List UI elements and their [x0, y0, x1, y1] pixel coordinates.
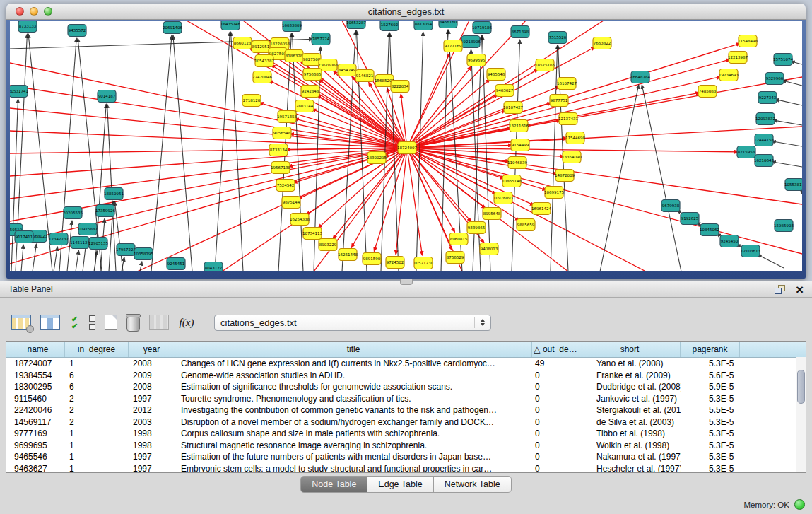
graph-node[interactable]: 7485083: [698, 86, 717, 98]
table-cell[interactable]: 0: [532, 416, 579, 428]
graph-node[interactable]: 11548498: [738, 35, 758, 47]
table-cell[interactable]: Tourette syndrome. Phenomenology and cla…: [175, 393, 532, 405]
graph-node[interactable]: 10107427: [503, 102, 523, 114]
graph-node[interactable]: 9408013: [480, 243, 498, 255]
function-builder-icon[interactable]: f(x): [178, 317, 195, 329]
tab-node-table[interactable]: Node Table: [300, 476, 367, 493]
row-height-icon[interactable]: [89, 315, 95, 330]
graph-node[interactable]: 9777169: [444, 40, 462, 52]
graph-node[interactable]: 10653287: [346, 21, 366, 29]
graph-node[interactable]: 9192625: [681, 213, 699, 225]
column-header[interactable]: name: [11, 342, 65, 357]
graph-node[interactable]: 9242848: [301, 86, 319, 98]
table-cell[interactable]: Stergiakouli et al. (2012): [579, 404, 681, 416]
graph-node[interactable]: 9146821: [355, 70, 374, 82]
table-cell[interactable]: Corpus callosum shape and size in male p…: [175, 428, 532, 440]
graph-node[interactable]: 19734693: [719, 69, 739, 81]
minimize-window-button[interactable]: [30, 7, 38, 16]
table-cell[interactable]: 9777169: [11, 428, 65, 440]
table-cell[interactable]: 2: [65, 393, 129, 405]
table-cell[interactable]: 5.3E-5: [681, 451, 740, 463]
graph-node[interactable]: 15985903: [774, 220, 794, 232]
graph-node[interactable]: 9463627: [495, 85, 514, 97]
graph-node[interactable]: 11544698: [565, 132, 585, 144]
table-settings-icon[interactable]: [11, 315, 31, 330]
graph-node[interactable]: 12342737: [49, 233, 69, 245]
graph-node[interactable]: 8912951: [252, 41, 270, 53]
table-cell[interactable]: 5.3E-5: [681, 428, 740, 440]
graph-node[interactable]: 10699175: [544, 187, 564, 199]
delete-column-icon[interactable]: [149, 315, 169, 330]
graph-node[interactable]: 8466160: [439, 21, 457, 28]
graph-node[interactable]: 7663822: [593, 37, 611, 49]
graph-node[interactable]: 17359926: [95, 205, 115, 217]
table-cell[interactable]: 0: [532, 370, 579, 382]
graph-node[interactable]: 9154499: [511, 139, 529, 151]
graph-node[interactable]: 10719186: [472, 22, 492, 34]
table-row[interactable]: 969969511998Structural magnetic resonanc…: [6, 440, 806, 452]
close-window-button[interactable]: [16, 7, 24, 16]
graph-node[interactable]: 9875144: [282, 197, 300, 209]
table-cell[interactable]: 9115460: [11, 393, 65, 405]
column-header[interactable]: pagerank: [681, 342, 740, 357]
graph-node[interactable]: 10865148: [502, 175, 522, 187]
table-cell[interactable]: 0: [532, 404, 579, 416]
table-cell[interactable]: 6: [65, 381, 129, 393]
graph-node[interactable]: 19567138: [271, 162, 290, 174]
window-titlebar[interactable]: citations_edges.txt: [6, 4, 806, 20]
table-cell[interactable]: 5.3E-5: [681, 440, 740, 452]
table-cell[interactable]: 2: [65, 404, 129, 416]
graph-node[interactable]: 9699695: [467, 54, 486, 66]
table-cell[interactable]: 9699695: [11, 440, 65, 452]
graph-node[interactable]: 11046839: [507, 157, 527, 169]
graph-node[interactable]: 10975887: [78, 223, 98, 235]
graph-node[interactable]: 2803144: [295, 100, 314, 112]
scrollbar-thumb[interactable]: [797, 370, 805, 404]
graph-node[interactable]: 20206535: [63, 207, 83, 219]
table-cell[interactable]: 0: [532, 381, 579, 393]
graph-node[interactable]: 13211616: [509, 120, 529, 132]
table-cell[interactable]: 2: [65, 416, 129, 428]
graph-node[interactable]: 9885659: [517, 219, 535, 231]
table-cell[interactable]: 2008: [129, 381, 175, 393]
graph-node[interactable]: 8756529: [446, 252, 464, 264]
select-rows-icon[interactable]: [69, 315, 80, 330]
column-header[interactable]: in_degree: [65, 342, 129, 357]
table-cell[interactable]: 1: [65, 440, 129, 452]
graph-node[interactable]: 10521230: [413, 257, 433, 269]
graph-node[interactable]: 8043122: [204, 262, 223, 272]
table-cell[interactable]: Wolkin et al. (1998): [579, 440, 681, 452]
graph-node[interactable]: 12213987: [728, 52, 748, 64]
graph-node[interactable]: 1527602: [380, 21, 399, 31]
graph-node[interactable]: 9245451: [167, 258, 185, 270]
graph-node[interactable]: 9014187: [98, 90, 116, 103]
graph-node[interactable]: 8733133: [18, 21, 37, 33]
graph-node[interactable]: 9056548: [273, 127, 291, 139]
table-row[interactable]: 1456911722003Disruption of a novel membe…: [6, 416, 806, 428]
column-header[interactable]: year: [129, 342, 175, 357]
graph-node[interactable]: 18435746: [220, 21, 240, 30]
graph-node[interactable]: 9435572: [68, 25, 86, 37]
table-cell[interactable]: 5.5E-5: [681, 404, 740, 416]
graph-node[interactable]: 18724007: [397, 142, 417, 154]
graph-node[interactable]: 16961424: [531, 203, 551, 215]
graph-node[interactable]: 2718120: [242, 95, 261, 107]
table-cell[interactable]: Yano et al. (2008): [579, 358, 681, 370]
table-cell[interactable]: 1998: [129, 440, 175, 452]
graph-node[interactable]: 16648784: [630, 71, 650, 83]
table-cell[interactable]: 18724007: [11, 358, 65, 370]
table-row[interactable]: 1872400712008Changes of HCN gene express…: [6, 358, 806, 370]
graph-node[interactable]: 9245450: [720, 235, 739, 247]
table-column-icon[interactable]: [40, 315, 60, 330]
table-cell[interactable]: Franke et al. (2009): [579, 370, 681, 382]
graph-node[interactable]: 10358195: [134, 248, 153, 260]
graph-node[interactable]: 8903229: [319, 239, 337, 251]
table-cell[interactable]: Estimation of significance thresholds fo…: [175, 381, 532, 393]
table-cell[interactable]: Investigating the contribution of common…: [175, 404, 532, 416]
table-cell[interactable]: de Silva et al. (2003): [579, 416, 681, 428]
table-row[interactable]: 1938455462009Genome-wide association stu…: [6, 370, 806, 382]
new-table-icon[interactable]: [105, 315, 117, 330]
table-row[interactable]: 911546021997Tourette syndrome. Phenomeno…: [6, 393, 806, 405]
graph-node[interactable]: 18850951: [104, 188, 124, 200]
table-cell[interactable]: Hescheler et al. (1997): [579, 463, 681, 474]
